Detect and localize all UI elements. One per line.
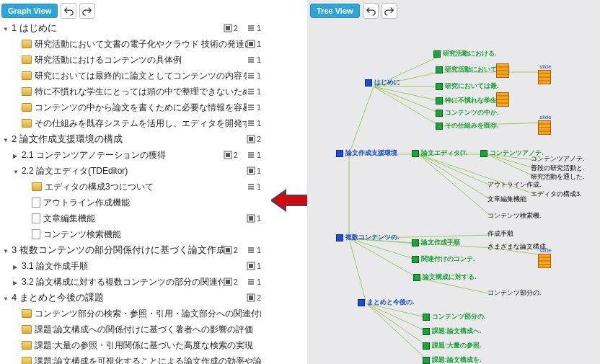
section-header[interactable]: 4 まとめと今後の課題2 [3, 290, 265, 306]
tree-row[interactable]: 文章編集機能1 [3, 210, 265, 226]
svg-line-81 [349, 86, 374, 154]
caret-icon[interactable] [13, 278, 20, 286]
tree-row-label: 研究においては最終的に論文としてコンテンツの内容を整理 [35, 70, 247, 82]
tree-row[interactable]: 2.2 論文エディタ(TDEditor)1 [3, 163, 265, 179]
redo-button[interactable] [79, 3, 95, 19]
graph-node-label: 課題:大量の参照. [432, 342, 482, 349]
tree-row[interactable]: 課題:大量の参照・引用関係に基づいた高度な検索の実現 [3, 337, 265, 353]
graph-node[interactable]: コンテンツアノテ. [531, 154, 585, 164]
tree-row-label: コンテンツ検索機能 [43, 228, 261, 241]
node-marker-icon [358, 299, 365, 306]
folder-icon [22, 309, 32, 318]
tree-row[interactable]: コンテンツ部分の検索・参照・引用・論文部分への関連付け [3, 306, 265, 321]
graph-node[interactable] [496, 92, 511, 107]
tree-row[interactable]: 3.2 論文構成に対する複数コンテンツの部分の関連付け21 [3, 274, 265, 290]
svg-line-61 [418, 154, 492, 217]
graph-canvas[interactable]: はじめに研究活動における.研究活動において.研究においては最.特に不慣れな学生.… [307, 20, 600, 364]
graph-node[interactable]: 課題:論文構成を. [423, 355, 482, 364]
node-marker-icon [436, 123, 443, 130]
caret-icon[interactable] [3, 136, 10, 143]
graph-node[interactable]: 論文作成支援環境 [336, 148, 397, 158]
graph-node[interactable]: 論文構成に対する. [413, 272, 477, 282]
svg-line-56 [374, 86, 440, 126]
graph-node[interactable]: コンテンツ部分の. [488, 288, 542, 298]
tree-row[interactable]: 研究活動において文書の電子化やクラウド 技術の発達によ1 [3, 36, 265, 52]
folder-icon [22, 357, 32, 364]
graph-node-label: 特に不慣れな学生. [445, 97, 499, 104]
section-header[interactable]: 1 はじめに21 [3, 20, 265, 36]
tree-row[interactable]: コンテンツ検索機能 [3, 226, 265, 242]
graph-node[interactable]: 研究活動を通した. [531, 172, 585, 182]
graph-node[interactable]: コンテンツ部分の. [423, 312, 486, 321]
graph-node[interactable]: 研究活動における. [433, 49, 497, 58]
doc-count-badge: 1 [247, 214, 261, 223]
tree-row[interactable]: アウトライン作成機能 [3, 195, 265, 210]
section-header[interactable]: 2 論文作成支援環境の構成2 [3, 131, 265, 147]
graph-node-label: エディタの構成3. [531, 190, 582, 197]
list-count-badge: 1 [247, 278, 261, 286]
node-marker-icon [423, 328, 430, 335]
folder-icon [22, 341, 32, 350]
section-title: 4 まとめと今後の課題 [12, 291, 247, 304]
graph-node[interactable]: 文章編集機能 [488, 195, 526, 204]
tree-row[interactable]: 研究活動におけるコンテンツの具体例1 [3, 52, 265, 68]
right-toolbar: Tree View [307, 0, 600, 19]
graph-node[interactable]: 課題:論文構成へ. [423, 327, 482, 336]
tree-row[interactable]: 課題:論文構成を可視化することによる論文作成の効率や論 [3, 353, 265, 364]
tree-row[interactable]: 3.1 論文作成手順1 [3, 258, 265, 274]
tree-row[interactable]: 2.1 コンテンツアノテーションの獲得21 [3, 147, 265, 163]
node-marker-icon [480, 150, 488, 157]
graph-node[interactable]: まとめと今後の. [358, 298, 415, 307]
doc-count-badge: 2 [247, 293, 261, 302]
graph-node[interactable]: 作成手順 [488, 229, 513, 239]
outline-tree[interactable]: 1 はじめに21研究活動において文書の電子化やクラウド 技術の発達によ1研究活動… [1, 20, 265, 364]
tree-row[interactable]: コンテンツの中から論文を書くために必要な情報を容易に探1 [3, 99, 265, 115]
folder-icon [22, 325, 32, 334]
node-marker-icon [433, 50, 441, 58]
svg-line-83 [349, 239, 366, 303]
tree-row-label: 研究活動におけるコンテンツの具体例 [35, 54, 247, 66]
caret-icon[interactable] [13, 262, 20, 270]
graph-node[interactable] [496, 63, 511, 78]
graph-node[interactable]: 関連付けのコンテ. [412, 254, 475, 264]
tree-row[interactable]: 課題:論文構成への関係付けに基づく著者への影響の評価 [3, 321, 265, 337]
graph-node-label: 関連付けのコンテ. [421, 255, 475, 262]
document-icon [32, 213, 40, 223]
tree-row-label: その仕組みを既存システムを活用し、エディタを開発すること [35, 117, 247, 130]
graph-node[interactable]: 複数コンテンツの. [336, 233, 400, 242]
graph-node[interactable]: slide [538, 247, 553, 268]
caret-icon[interactable] [13, 167, 20, 175]
graph-node[interactable]: コンテンツの中か. [436, 108, 499, 117]
tree-row[interactable]: 研究においては最終的に論文としてコンテンツの内容を整理1 [3, 68, 265, 84]
graph-node[interactable]: 課題:大量の参照. [423, 341, 482, 350]
graph-node-label: コンテンツアノテ. [531, 155, 585, 162]
tree-row[interactable]: その仕組みを既存システムを活用し、エディタを開発すること1 [3, 115, 265, 131]
graph-node[interactable]: 研究においては最. [436, 81, 499, 91]
graph-node[interactable]: その仕組みを既存. [436, 121, 499, 130]
tree-row[interactable]: 特に不慣れな学生にとっては頭の中で整理できないため論1 [3, 84, 265, 99]
graph-view-button[interactable]: Graph View [1, 4, 58, 18]
caret-icon[interactable] [3, 247, 10, 254]
tree-row[interactable]: エディタの構成3つについて1 [3, 179, 265, 195]
caret-icon[interactable] [3, 294, 10, 302]
graph-node[interactable]: 研究活動において. [436, 65, 499, 74]
graph-node[interactable]: 論文作成手順 [412, 238, 460, 247]
graph-node[interactable]: コンテンツ検索機. [488, 211, 542, 221]
graph-node-label: コンテンツ検索機. [488, 212, 542, 219]
graph-node[interactable]: 特に不慣れな学生. [436, 96, 499, 105]
graph-node[interactable]: 論文エディタ(T. [412, 148, 467, 158]
tree-row-label: アウトライン作成機能 [43, 197, 261, 209]
tree-view-button[interactable]: Tree View [310, 4, 360, 18]
undo-button[interactable] [61, 3, 76, 19]
graph-node[interactable]: slide [538, 63, 553, 84]
graph-node[interactable]: エディタの構成3. [531, 190, 582, 199]
caret-icon[interactable] [13, 151, 20, 159]
caret-icon[interactable] [3, 25, 10, 32]
list-count-badge: 1 [247, 182, 261, 191]
redo-button-right[interactable] [381, 3, 397, 19]
graph-node[interactable]: はじめに [365, 78, 400, 87]
undo-button-right[interactable] [363, 3, 379, 19]
section-header[interactable]: 3 複数コンテンツの部分関係付けに基づく論文作成支援21 [3, 242, 265, 258]
svg-rect-44 [226, 280, 230, 284]
graph-node[interactable]: slide [538, 114, 553, 135]
